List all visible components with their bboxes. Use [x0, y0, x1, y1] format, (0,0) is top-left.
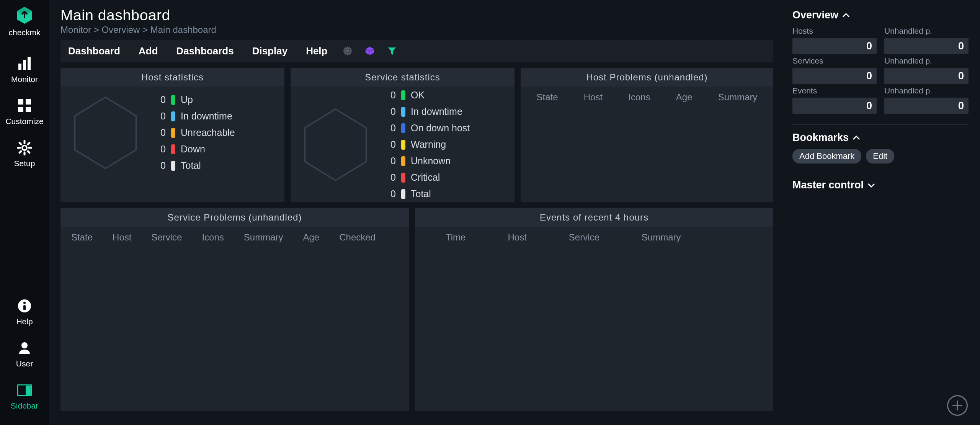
ov-services-value[interactable]: 0 [792, 68, 877, 84]
stat-label: Total [411, 188, 431, 199]
crumb-monitor[interactable]: Monitor [60, 25, 91, 35]
svg-line-14 [20, 143, 21, 144]
edit-bookmarks-button[interactable]: Edit [866, 149, 894, 163]
add-snapin-button[interactable] [947, 395, 968, 416]
column-header[interactable]: Summary [642, 232, 681, 243]
stat-label: In downtime [411, 106, 462, 117]
menu-dashboards[interactable]: Dashboards [172, 45, 237, 57]
stat-label: Up [181, 94, 193, 105]
service-stat-row[interactable]: 0Warning [384, 139, 470, 150]
main-content: Main dashboard Monitor > Overview > Main… [49, 0, 785, 425]
host-stat-row[interactable]: 0Total [154, 160, 235, 171]
column-header[interactable]: Host [584, 92, 603, 103]
svg-rect-23 [26, 386, 31, 395]
service-stat-row[interactable]: 0On down host [384, 123, 470, 134]
nav-help[interactable]: Help [0, 291, 49, 333]
svg-rect-5 [18, 99, 23, 105]
ov-hosts-label: Hosts [792, 26, 877, 36]
svg-line-16 [28, 143, 29, 144]
globe-icon[interactable] [342, 45, 353, 57]
host-stat-row[interactable]: 0In downtime [154, 111, 235, 122]
color-pip-icon [171, 144, 175, 154]
column-header[interactable]: State [537, 92, 558, 103]
nav-setup[interactable]: Setup [0, 133, 49, 175]
ov-events-unh-label: Unhandled p. [884, 86, 969, 95]
cube-icon[interactable] [364, 45, 376, 57]
chevron-up-icon [853, 135, 860, 141]
color-pip-icon [401, 140, 405, 150]
service-stat-row[interactable]: 0Unknown [384, 155, 470, 167]
column-header[interactable]: Checked [339, 232, 376, 243]
stat-count: 0 [384, 188, 396, 199]
crumb-overview[interactable]: Overview [101, 25, 140, 35]
user-icon [16, 340, 33, 356]
svg-rect-7 [18, 107, 23, 112]
stat-label: Down [181, 144, 205, 155]
column-header[interactable]: Age [303, 232, 320, 243]
menu-add[interactable]: Add [135, 45, 162, 57]
grid-icon [16, 98, 33, 114]
column-header[interactable]: Time [446, 232, 466, 243]
svg-rect-4 [28, 57, 31, 70]
filter-icon[interactable] [386, 45, 398, 57]
ov-events-value[interactable]: 0 [792, 98, 877, 114]
snapin-bookmarks-header[interactable]: Bookmarks [792, 132, 969, 144]
menu-help[interactable]: Help [302, 45, 331, 57]
breadcrumb: Monitor > Overview > Main dashboard [60, 25, 773, 35]
stat-count: 0 [384, 139, 396, 150]
page-title: Main dashboard [60, 7, 773, 24]
right-sidebar: Overview Hosts Unhandled p. 0 0 Services… [785, 0, 980, 425]
column-header[interactable]: Host [508, 232, 526, 243]
column-header[interactable]: Icons [628, 92, 650, 103]
svg-point-21 [21, 342, 28, 348]
stat-label: Total [181, 160, 201, 171]
host-stat-row[interactable]: 0Unreachable [154, 127, 235, 138]
svg-rect-3 [23, 60, 26, 70]
service-stat-row[interactable]: 0Critical [384, 172, 470, 183]
nav-sidebar[interactable]: Sidebar [0, 375, 49, 417]
host-stat-row[interactable]: 0Up [154, 94, 235, 105]
column-header[interactable]: Icons [202, 232, 224, 243]
snapin-overview-header[interactable]: Overview [792, 9, 969, 21]
service-stat-row[interactable]: 0In downtime [384, 106, 470, 117]
ov-hosts-unh-value[interactable]: 0 [884, 38, 969, 54]
snapin-master-header[interactable]: Master control [792, 179, 969, 191]
host-stat-row[interactable]: 0Down [154, 144, 235, 155]
service-stat-row[interactable]: 0Total [384, 188, 470, 199]
panel-host-problems: Host Problems (unhandled) StateHostIcons… [521, 68, 773, 202]
logo-icon[interactable] [14, 5, 35, 26]
column-header[interactable]: Host [113, 232, 131, 243]
column-header[interactable]: Summary [718, 92, 758, 103]
color-pip-icon [401, 156, 405, 166]
svg-rect-8 [26, 107, 31, 112]
panel-service-statistics: Service statistics 0OK0In downtime0On do… [291, 68, 514, 202]
add-bookmark-button[interactable]: Add Bookmark [792, 149, 861, 163]
ov-events-label: Events [792, 86, 877, 95]
stat-count: 0 [384, 90, 396, 101]
column-header[interactable]: Service [569, 232, 599, 243]
nav-customize[interactable]: Customize [0, 91, 49, 133]
column-header[interactable]: Summary [244, 232, 283, 243]
svg-marker-29 [75, 97, 136, 168]
column-header[interactable]: State [71, 232, 93, 243]
panel-title-host-stats: Host statistics [60, 68, 284, 87]
svg-line-17 [20, 151, 21, 153]
nav-monitor[interactable]: Monitor [0, 49, 49, 91]
column-header[interactable]: Age [676, 92, 693, 103]
stat-count: 0 [154, 94, 166, 105]
service-stat-row[interactable]: 0OK [384, 90, 470, 101]
ov-hosts-value[interactable]: 0 [792, 38, 877, 54]
nav-user[interactable]: User [0, 333, 49, 375]
menu-display[interactable]: Display [248, 45, 292, 57]
brand-name: checkmk [9, 28, 41, 37]
ov-services-unh-value[interactable]: 0 [884, 68, 969, 84]
color-pip-icon [171, 128, 175, 138]
ov-events-unh-value[interactable]: 0 [884, 98, 969, 114]
color-pip-icon [401, 90, 405, 100]
svg-point-24 [343, 47, 352, 55]
sidebar-icon [16, 382, 33, 398]
menu-dashboard[interactable]: Dashboard [64, 45, 124, 57]
host-hexagon-icon [72, 95, 139, 171]
column-header[interactable]: Service [151, 232, 182, 243]
panel-title-service-problems: Service Problems (unhandled) [60, 208, 409, 227]
